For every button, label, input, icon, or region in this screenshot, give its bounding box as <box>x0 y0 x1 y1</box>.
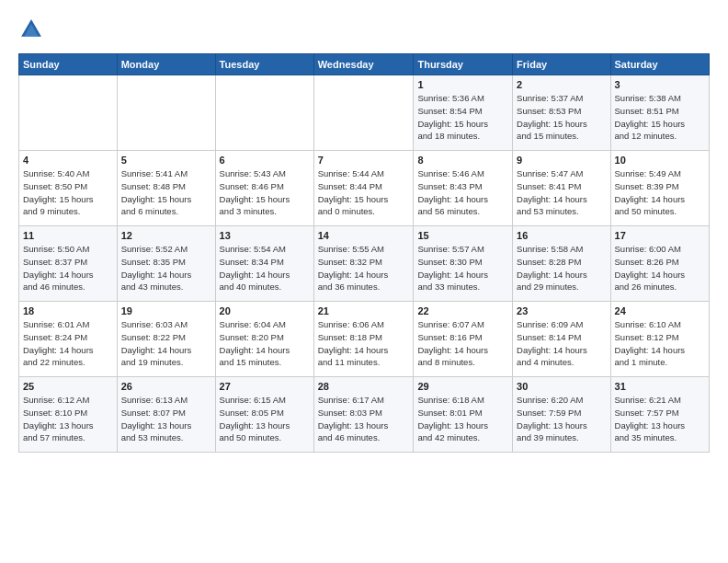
day-number: 1 <box>417 79 508 90</box>
calendar-cell: 29Sunrise: 6:18 AM Sunset: 8:01 PM Dayli… <box>414 377 513 453</box>
day-number: 3 <box>615 79 705 90</box>
day-info: Sunrise: 5:41 AM Sunset: 8:48 PM Dayligh… <box>121 167 211 218</box>
calendar-cell: 14Sunrise: 5:55 AM Sunset: 8:32 PM Dayli… <box>313 226 414 302</box>
day-number: 25 <box>23 381 113 392</box>
day-info: Sunrise: 5:47 AM Sunset: 8:41 PM Dayligh… <box>517 167 606 218</box>
weekday-header: Wednesday <box>313 54 414 75</box>
day-info: Sunrise: 6:07 AM Sunset: 8:16 PM Dayligh… <box>417 318 508 369</box>
calendar-cell: 12Sunrise: 5:52 AM Sunset: 8:35 PM Dayli… <box>117 226 215 302</box>
page: SundayMondayTuesdayWednesdayThursdayFrid… <box>0 0 728 462</box>
day-number: 5 <box>121 155 211 166</box>
day-info: Sunrise: 6:09 AM Sunset: 8:14 PM Dayligh… <box>517 318 606 369</box>
calendar-body: 1Sunrise: 5:36 AM Sunset: 8:54 PM Daylig… <box>19 75 710 453</box>
day-number: 21 <box>318 305 410 316</box>
calendar-cell: 7Sunrise: 5:44 AM Sunset: 8:44 PM Daylig… <box>313 151 414 226</box>
day-info: Sunrise: 5:44 AM Sunset: 8:44 PM Dayligh… <box>318 167 410 218</box>
calendar-cell <box>313 75 414 151</box>
calendar-cell: 16Sunrise: 5:58 AM Sunset: 8:28 PM Dayli… <box>513 226 610 302</box>
day-number: 26 <box>121 381 211 392</box>
header <box>18 17 710 42</box>
calendar-cell: 2Sunrise: 5:37 AM Sunset: 8:53 PM Daylig… <box>513 75 610 151</box>
calendar-cell: 8Sunrise: 5:46 AM Sunset: 8:43 PM Daylig… <box>414 151 513 226</box>
day-info: Sunrise: 6:00 AM Sunset: 8:26 PM Dayligh… <box>615 243 705 293</box>
calendar-cell: 20Sunrise: 6:04 AM Sunset: 8:20 PM Dayli… <box>215 302 313 377</box>
day-info: Sunrise: 5:43 AM Sunset: 8:46 PM Dayligh… <box>220 167 310 218</box>
day-info: Sunrise: 5:36 AM Sunset: 8:54 PM Dayligh… <box>417 92 508 143</box>
day-number: 4 <box>23 155 113 166</box>
day-info: Sunrise: 6:13 AM Sunset: 8:07 PM Dayligh… <box>121 394 211 444</box>
day-info: Sunrise: 5:38 AM Sunset: 8:51 PM Dayligh… <box>615 92 705 143</box>
day-info: Sunrise: 6:03 AM Sunset: 8:22 PM Dayligh… <box>121 318 211 369</box>
day-info: Sunrise: 6:15 AM Sunset: 8:05 PM Dayligh… <box>220 394 310 444</box>
calendar-cell: 11Sunrise: 5:50 AM Sunset: 8:37 PM Dayli… <box>19 226 118 302</box>
calendar-cell: 18Sunrise: 6:01 AM Sunset: 8:24 PM Dayli… <box>19 302 118 377</box>
day-info: Sunrise: 6:20 AM Sunset: 7:59 PM Dayligh… <box>517 394 606 444</box>
day-info: Sunrise: 6:21 AM Sunset: 7:57 PM Dayligh… <box>615 394 705 444</box>
day-info: Sunrise: 5:40 AM Sunset: 8:50 PM Dayligh… <box>23 167 113 218</box>
calendar-cell: 27Sunrise: 6:15 AM Sunset: 8:05 PM Dayli… <box>215 377 313 453</box>
calendar-cell: 26Sunrise: 6:13 AM Sunset: 8:07 PM Dayli… <box>117 377 215 453</box>
day-info: Sunrise: 6:17 AM Sunset: 8:03 PM Dayligh… <box>318 394 410 444</box>
day-info: Sunrise: 6:06 AM Sunset: 8:18 PM Dayligh… <box>318 318 410 369</box>
calendar-cell: 25Sunrise: 6:12 AM Sunset: 8:10 PM Dayli… <box>19 377 118 453</box>
calendar-cell: 10Sunrise: 5:49 AM Sunset: 8:39 PM Dayli… <box>610 151 709 226</box>
day-number: 13 <box>220 230 310 241</box>
day-number: 9 <box>517 155 606 166</box>
calendar-week: 11Sunrise: 5:50 AM Sunset: 8:37 PM Dayli… <box>19 226 710 302</box>
logo <box>18 17 48 42</box>
day-number: 23 <box>517 305 606 316</box>
day-info: Sunrise: 5:58 AM Sunset: 8:28 PM Dayligh… <box>517 243 606 293</box>
day-info: Sunrise: 5:50 AM Sunset: 8:37 PM Dayligh… <box>23 243 113 293</box>
calendar-week: 25Sunrise: 6:12 AM Sunset: 8:10 PM Dayli… <box>19 377 710 453</box>
day-number: 24 <box>615 305 705 316</box>
weekday-header: Tuesday <box>215 54 313 75</box>
day-info: Sunrise: 5:52 AM Sunset: 8:35 PM Dayligh… <box>121 243 211 293</box>
calendar-cell: 9Sunrise: 5:47 AM Sunset: 8:41 PM Daylig… <box>513 151 610 226</box>
day-number: 12 <box>121 230 211 241</box>
calendar-cell: 1Sunrise: 5:36 AM Sunset: 8:54 PM Daylig… <box>414 75 513 151</box>
calendar-week: 18Sunrise: 6:01 AM Sunset: 8:24 PM Dayli… <box>19 302 710 377</box>
calendar-cell: 24Sunrise: 6:10 AM Sunset: 8:12 PM Dayli… <box>610 302 709 377</box>
day-info: Sunrise: 5:54 AM Sunset: 8:34 PM Dayligh… <box>220 243 310 293</box>
day-info: Sunrise: 6:01 AM Sunset: 8:24 PM Dayligh… <box>23 318 113 369</box>
weekday-header: Saturday <box>610 54 709 75</box>
calendar-cell: 22Sunrise: 6:07 AM Sunset: 8:16 PM Dayli… <box>414 302 513 377</box>
calendar-cell <box>117 75 215 151</box>
calendar-header: SundayMondayTuesdayWednesdayThursdayFrid… <box>19 54 710 75</box>
calendar-cell: 5Sunrise: 5:41 AM Sunset: 8:48 PM Daylig… <box>117 151 215 226</box>
calendar-cell: 15Sunrise: 5:57 AM Sunset: 8:30 PM Dayli… <box>414 226 513 302</box>
day-info: Sunrise: 6:04 AM Sunset: 8:20 PM Dayligh… <box>220 318 310 369</box>
calendar-week: 4Sunrise: 5:40 AM Sunset: 8:50 PM Daylig… <box>19 151 710 226</box>
calendar-cell: 31Sunrise: 6:21 AM Sunset: 7:57 PM Dayli… <box>610 377 709 453</box>
calendar-cell: 21Sunrise: 6:06 AM Sunset: 8:18 PM Dayli… <box>313 302 414 377</box>
calendar-cell: 17Sunrise: 6:00 AM Sunset: 8:26 PM Dayli… <box>610 226 709 302</box>
calendar-cell: 3Sunrise: 5:38 AM Sunset: 8:51 PM Daylig… <box>610 75 709 151</box>
day-info: Sunrise: 5:46 AM Sunset: 8:43 PM Dayligh… <box>417 167 508 218</box>
day-number: 30 <box>517 381 606 392</box>
calendar-cell: 30Sunrise: 6:20 AM Sunset: 7:59 PM Dayli… <box>513 377 610 453</box>
weekday-header: Thursday <box>414 54 513 75</box>
calendar-cell: 28Sunrise: 6:17 AM Sunset: 8:03 PM Dayli… <box>313 377 414 453</box>
day-info: Sunrise: 6:12 AM Sunset: 8:10 PM Dayligh… <box>23 394 113 444</box>
logo-icon <box>18 17 44 42</box>
day-number: 28 <box>318 381 410 392</box>
calendar-cell <box>215 75 313 151</box>
day-number: 18 <box>23 305 113 316</box>
day-number: 31 <box>615 381 705 392</box>
day-number: 15 <box>417 230 508 241</box>
calendar-cell <box>19 75 118 151</box>
day-number: 6 <box>220 155 310 166</box>
day-number: 7 <box>318 155 410 166</box>
calendar-cell: 4Sunrise: 5:40 AM Sunset: 8:50 PM Daylig… <box>19 151 118 226</box>
weekday-header: Monday <box>117 54 215 75</box>
day-info: Sunrise: 5:49 AM Sunset: 8:39 PM Dayligh… <box>615 167 705 218</box>
day-number: 19 <box>121 305 211 316</box>
day-info: Sunrise: 5:55 AM Sunset: 8:32 PM Dayligh… <box>318 243 410 293</box>
day-number: 20 <box>220 305 310 316</box>
calendar-cell: 13Sunrise: 5:54 AM Sunset: 8:34 PM Dayli… <box>215 226 313 302</box>
day-info: Sunrise: 6:10 AM Sunset: 8:12 PM Dayligh… <box>615 318 705 369</box>
day-info: Sunrise: 5:57 AM Sunset: 8:30 PM Dayligh… <box>417 243 508 293</box>
day-number: 29 <box>417 381 508 392</box>
weekday-header: Sunday <box>19 54 118 75</box>
day-number: 14 <box>318 230 410 241</box>
